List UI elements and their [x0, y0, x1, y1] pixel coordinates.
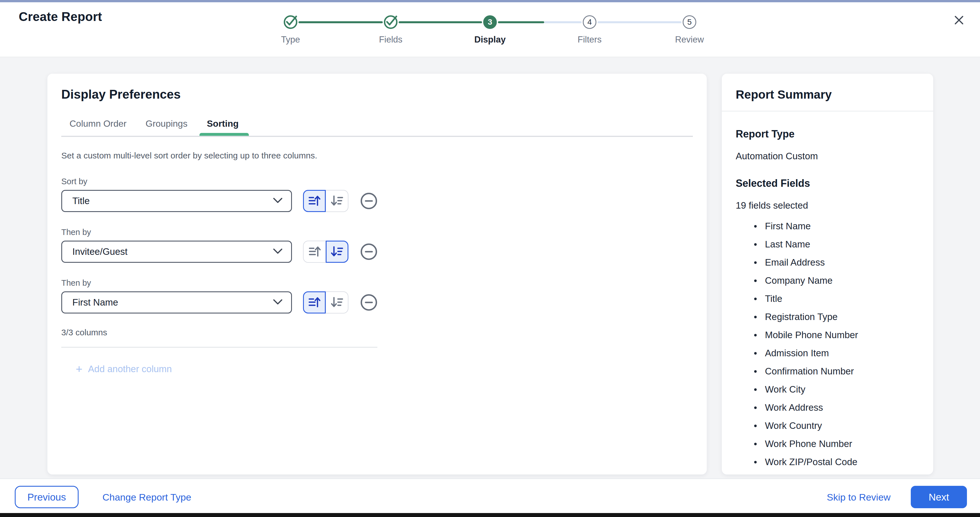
selected-fields-heading: Selected Fields [736, 178, 810, 189]
sort-direction-toggle-3 [303, 291, 348, 314]
sort-ascending-icon [308, 195, 321, 207]
step-filters-circle[interactable]: 4 [583, 15, 597, 29]
step-connector [399, 21, 482, 23]
sort-ascending-button[interactable] [303, 241, 326, 263]
tab-divider [61, 136, 693, 137]
step-label-type: Type [259, 35, 322, 45]
check-icon [284, 15, 298, 30]
columns-count: 3/3 columns [61, 328, 107, 337]
step-connector [598, 21, 681, 23]
add-column-label: Add another column [88, 364, 172, 374]
screen-bottom-strip [0, 513, 980, 517]
page-title: Create Report [19, 10, 102, 24]
panel-title: Display Preferences [61, 87, 181, 101]
selected-fields-count: 19 fields selected [736, 200, 808, 211]
sort-row-label: Sort by [61, 177, 88, 186]
chevron-down-icon [273, 299, 283, 306]
step-label-filters: Filters [558, 35, 621, 45]
select-value: First Name [72, 297, 118, 308]
list-item: Work City [722, 381, 933, 398]
list-item: Confirmation Number [722, 362, 933, 381]
sort-row-label: Then by [61, 228, 91, 237]
list-item: Registration Type [722, 308, 933, 326]
chevron-down-icon [273, 248, 283, 255]
step-number: 3 [488, 17, 492, 27]
report-summary-panel: Report Summary Report Type Automation Cu… [722, 74, 933, 474]
tab-sorting[interactable]: Sorting [207, 119, 239, 129]
sort-ascending-button[interactable] [303, 291, 326, 314]
add-another-column-button[interactable]: + Add another column [76, 363, 172, 375]
report-type-heading: Report Type [736, 128, 794, 140]
step-type-circle[interactable] [284, 15, 298, 29]
list-item: Work Address [722, 398, 933, 417]
step-connector [299, 21, 383, 23]
step-display-circle[interactable]: 3 [483, 15, 497, 29]
list-item: Email Address [722, 254, 933, 271]
step-fields-circle[interactable] [384, 15, 398, 29]
sort-ascending-icon [309, 246, 321, 258]
step-number: 5 [687, 17, 692, 27]
sort-column-select-1[interactable]: Title [61, 190, 292, 212]
sort-row-label: Then by [61, 278, 91, 288]
plus-icon: + [76, 363, 82, 375]
sort-direction-toggle-2 [303, 241, 348, 263]
close-icon [953, 14, 965, 27]
selected-fields-list: First Name Last Name Email Address Compa… [722, 217, 933, 471]
section-divider [61, 347, 377, 347]
previous-button[interactable]: Previous [15, 486, 79, 508]
select-value: Title [72, 195, 90, 206]
list-item: Work Country [722, 417, 933, 435]
list-item: First Name [722, 217, 933, 235]
change-report-type-link[interactable]: Change Report Type [102, 492, 191, 503]
tab-column-order[interactable]: Column Order [70, 119, 127, 129]
step-label-display: Display [459, 35, 521, 45]
close-button[interactable] [952, 14, 966, 27]
sorting-description: Set a custom multi-level sort order by s… [61, 151, 317, 160]
chevron-down-icon [273, 197, 283, 205]
step-connector [544, 21, 582, 23]
check-icon [384, 15, 398, 30]
list-item: Work ZIP/Postal Code [722, 453, 933, 471]
remove-sort-column-button-1[interactable] [361, 193, 377, 209]
display-preferences-panel: Display Preferences Column Order Groupin… [48, 74, 707, 474]
step-connector [498, 21, 544, 23]
next-button[interactable]: Next [911, 486, 967, 508]
sort-column-select-2[interactable]: Invitee/Guest [61, 241, 292, 263]
step-label-review: Review [658, 35, 721, 45]
list-item: Admission Item [722, 344, 933, 362]
sort-descending-button[interactable] [326, 291, 348, 314]
summary-divider [722, 111, 933, 111]
list-item: Work Phone Number [722, 435, 933, 453]
sort-descending-button[interactable] [326, 190, 348, 212]
list-item: Last Name [722, 235, 933, 254]
select-value: Invitee/Guest [72, 246, 127, 257]
sort-descending-icon [331, 297, 343, 309]
remove-sort-column-button-3[interactable] [361, 294, 377, 311]
step-label-fields: Fields [360, 35, 422, 45]
tab-groupings[interactable]: Groupings [146, 119, 188, 129]
sort-column-select-3[interactable]: First Name [61, 291, 292, 314]
browser-top-strip [0, 0, 980, 2]
summary-title: Report Summary [736, 88, 832, 101]
sort-ascending-button[interactable] [303, 190, 326, 212]
remove-sort-column-button-2[interactable] [361, 243, 377, 260]
sort-descending-button[interactable] [326, 241, 348, 263]
wizard-header [0, 2, 980, 57]
sort-descending-icon [331, 195, 343, 207]
sort-descending-icon [331, 246, 343, 258]
sort-ascending-icon [308, 297, 321, 309]
list-item: Company Name [722, 271, 933, 290]
report-type-value: Automation Custom [736, 151, 818, 162]
sort-direction-toggle-1 [303, 190, 348, 212]
step-number: 4 [587, 17, 592, 27]
step-review-circle[interactable]: 5 [682, 15, 696, 29]
skip-to-review-link[interactable]: Skip to Review [827, 492, 891, 503]
list-item: Mobile Phone Number [722, 326, 933, 344]
list-item: Title [722, 290, 933, 308]
